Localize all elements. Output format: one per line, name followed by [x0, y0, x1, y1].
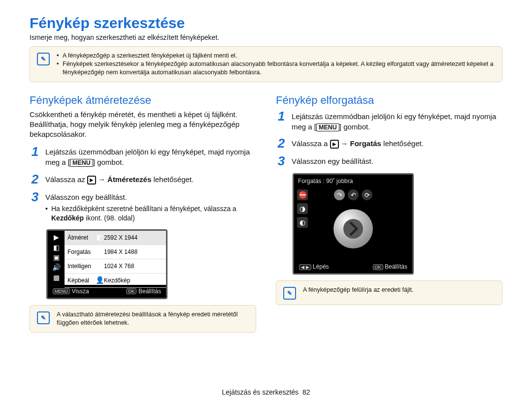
footer-section: Lejátszás és szerkesztés [222, 388, 299, 396]
knob-arrow-icon [343, 219, 363, 239]
step-post: lehetőséget. [151, 175, 194, 184]
page-title: Fénykép szerkesztése [30, 15, 502, 31]
play-icon: ▶ [87, 176, 96, 185]
row-value: Kezdőkép [104, 277, 163, 284]
size-icon: ◧ [95, 233, 104, 242]
page: Fénykép szerkesztése Ismerje meg, hogyan… [0, 0, 532, 401]
columns: Fényképek átméretezése Csökkentheti a fé… [30, 94, 502, 333]
right-note-text: A fényképezőgép felülírja az eredeti fáj… [303, 286, 413, 294]
left-step-2: 2 Válassza az ▶→Átméretezés lehetőséget. [30, 173, 256, 185]
left-step-3: 3 Válasszon egy beállítást. Ha kezdőképk… [30, 190, 256, 223]
step-button[interactable]: ◀ ▶ Lépés [299, 263, 329, 270]
play-icon: ▶ [330, 140, 339, 149]
rotate-top-icons: ↷ ↶ ⟳ [334, 189, 372, 200]
step-post: lehetőséget. [381, 139, 424, 148]
sub-pre: Ha kezdőképként szeretné beállítani a fé… [51, 205, 236, 213]
step-text: Lejátszás üzemmódban jelöljön ki egy fén… [292, 110, 502, 132]
ok-key-icon: OK [373, 264, 383, 270]
step-text: Válassza a ▶→Forgatás lehetőséget. [292, 137, 502, 150]
row-label: Képbeál [67, 277, 95, 284]
rotate-screen: Forgatás : 90˚ jobbra ⛔ ◑ ◐ ↷ ↶ ⟳ ◀ ▶ Lé… [293, 173, 414, 275]
ok-button[interactable]: OK Beállítás [373, 263, 407, 270]
step-strong: Forgatás [350, 139, 381, 148]
arrow-icon: → [339, 138, 350, 149]
left-note-text: A választható átméretezési beállítások a… [57, 310, 249, 327]
arrows-key-icon: ◀ ▶ [299, 264, 311, 270]
resize-row-2[interactable]: Forgatás ◧ 1984 X 1488 [65, 245, 166, 259]
row-label: Forgatás [67, 248, 95, 255]
note-icon: ✎ [283, 287, 296, 300]
back-button[interactable]: MENUVissza [53, 288, 89, 295]
size-icon: ◧ [95, 262, 104, 271]
size-icon: ◧ [95, 247, 104, 256]
rotate-right-icon[interactable]: ↷ [334, 189, 345, 200]
top-note-2: Fényképek szerkesztésekor a fényképezőgé… [57, 60, 495, 77]
ok-button[interactable]: OKBeállítás [126, 288, 161, 295]
sub-strong: Kezdőkép [51, 214, 84, 222]
right-note-box: ✎ A fényképezőgép felülírja az eredeti f… [276, 280, 502, 305]
rotate-foot: ◀ ▶ Lépés OK Beállítás [294, 263, 412, 270]
step-text: Válasszon egy beállítást. Ha kezdőképkén… [45, 190, 256, 223]
right-step-1: 1 Lejátszás üzemmódban jelöljön ki egy f… [276, 110, 502, 132]
step-number: 3 [276, 154, 287, 167]
side-icon-5: ▦ [52, 274, 61, 282]
step-pre: Válassza a [292, 139, 330, 148]
step-number: 2 [276, 137, 287, 150]
left-note-box: ✎ A választható átméretezési beállítások… [30, 305, 256, 333]
right-step-2: 2 Válassza a ▶→Forgatás lehetőséget. [276, 137, 502, 150]
arrow-icon: → [96, 174, 107, 185]
step-post: gombot. [341, 123, 370, 131]
step-pre: Válassza az [45, 175, 87, 184]
step-sub: Ha kezdőképként szeretné beállítani a fé… [45, 204, 256, 223]
step-number: 2 [30, 173, 40, 185]
row-label: Átméret [67, 234, 95, 241]
rotate-head: Forgatás : 90˚ jobbra [294, 175, 412, 187]
right-step-3: 3 Válasszon egy beállítást. [276, 154, 502, 167]
left-step-1: 1 Lejátszás üzemmódban jelöljön ki egy f… [30, 145, 256, 168]
footer-page: 82 [302, 388, 310, 396]
ok-label: Beállítás [385, 263, 407, 270]
resize-screen-body: ▶ ◧ ▣ 🔊 ▦ Átméret ◧ 2592 X 1944 Fo [48, 231, 166, 285]
step-number: 1 [30, 145, 40, 168]
left-para: Csökkentheti a fénykép méretét, és menth… [30, 110, 256, 140]
resize-row-4[interactable]: Képbeál 👤 Kezdőkép [65, 274, 166, 288]
row-value: 1984 X 1488 [104, 248, 163, 255]
resize-screen: ▶ ◧ ▣ 🔊 ▦ Átméret ◧ 2592 X 1944 Fo [46, 229, 167, 299]
wb-icon: ◐ [297, 217, 308, 228]
row-value: 1024 X 768 [104, 263, 163, 270]
step-number: 1 [276, 110, 287, 132]
step-text: Válasszon egy beállítást. [292, 154, 502, 167]
rotate-180-icon[interactable]: ⟳ [362, 189, 372, 200]
sub-post: ikont. (98. oldal) [84, 214, 135, 222]
row-value: 2592 X 1944 [104, 234, 163, 241]
step-number: 3 [30, 190, 40, 223]
resize-list: Átméret ◧ 2592 X 1944 Forgatás ◧ 1984 X … [65, 231, 166, 285]
resize-row-1[interactable]: Átméret ◧ 2592 X 1944 [65, 231, 166, 245]
top-note-1: A fényképezőgép a szerkesztett fényképek… [57, 52, 495, 60]
col-left: Fényképek átméretezése Csökkentheti a fé… [30, 94, 256, 333]
menu-button-label: MENU [70, 159, 93, 167]
step-strong: Átméretezés [107, 175, 151, 184]
ok-key-icon: OK [126, 288, 136, 294]
exposure-icon: ◑ [297, 203, 308, 214]
note-icon: ✎ [37, 311, 50, 324]
rotate-knob[interactable] [333, 209, 373, 248]
col-right: Fénykép elforgatása 1 Lejátszás üzemmódb… [276, 94, 502, 333]
row-label: Intelligen [67, 263, 95, 270]
page-intro: Ismerje meg, hogyan szerkesztheti az elk… [30, 33, 502, 41]
step-text: Válassza az ▶→Átméretezés lehetőséget. [45, 173, 256, 185]
rotate-side: ⛔ ◑ ◐ [297, 189, 308, 228]
startup-icon: 👤 [95, 276, 104, 285]
top-note-box: ✎ A fényképezőgép a szerkesztett fénykép… [30, 46, 502, 82]
step-label: Lépés [313, 263, 329, 270]
top-note-body: A fényképezőgép a szerkesztett fényképek… [57, 52, 495, 77]
resize-row-3[interactable]: Intelligen ◧ 1024 X 768 [65, 259, 166, 274]
right-heading: Fénykép elforgatása [276, 94, 502, 107]
resize-side-icons: ▶ ◧ ▣ 🔊 ▦ [48, 231, 65, 285]
left-heading: Fényképek átméretezése [30, 94, 256, 107]
rotate-left-icon[interactable]: ↶ [348, 189, 359, 200]
side-icon-3: ▣ [52, 253, 61, 262]
menu-button-label: MENU [316, 123, 339, 131]
back-label: Vissza [72, 288, 89, 295]
side-icon-sound: 🔊 [52, 263, 61, 272]
